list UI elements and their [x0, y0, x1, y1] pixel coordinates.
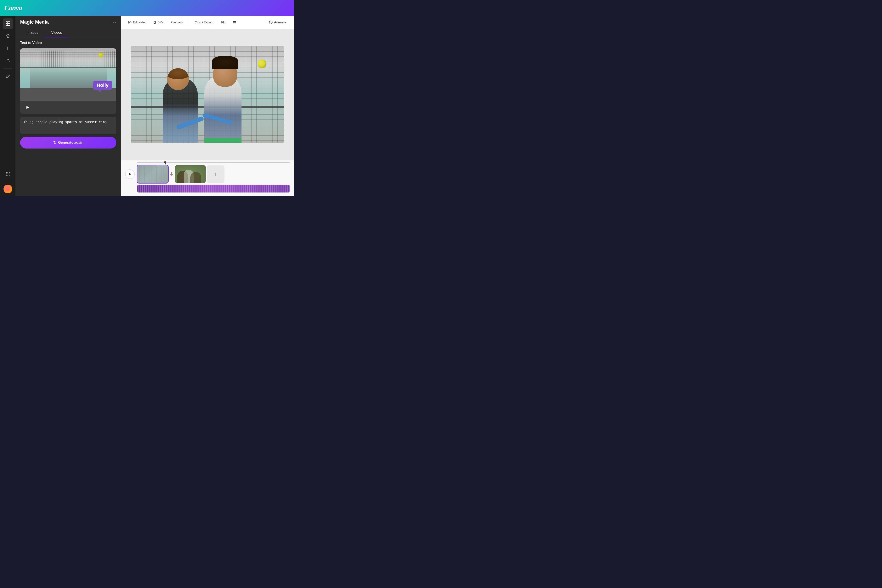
panel-header: Magic Media ···: [16, 16, 121, 28]
video-thumbnail: Holly: [20, 48, 116, 101]
clip-tennis[interactable]: [137, 165, 168, 183]
figure-right-green-collar: [204, 138, 242, 142]
svg-point-8: [8, 174, 8, 174]
tab-images[interactable]: Images: [20, 28, 45, 38]
holly-bubble: Holly: [93, 81, 112, 90]
clip-tennis-preview: [137, 165, 168, 183]
svg-rect-0: [6, 22, 8, 23]
panel-more-button[interactable]: ···: [111, 20, 116, 25]
svg-rect-17: [233, 21, 236, 22]
svg-rect-1: [8, 22, 10, 23]
panel-body: Text to Video Holly: [16, 38, 121, 196]
main-content: T: [0, 16, 294, 196]
generate-again-button[interactable]: ↻ Generate again: [20, 137, 116, 148]
audio-track[interactable]: [137, 184, 290, 192]
figures-main: [150, 68, 255, 142]
toolbar-separator-1: [189, 19, 189, 26]
sidebar-item-elements[interactable]: [3, 31, 13, 41]
timeline-area: +: [121, 160, 294, 196]
prompt-input[interactable]: [20, 117, 116, 134]
clip-people-preview: [175, 165, 206, 183]
left-panel: Magic Media ··· Images Videos Text to Vi…: [16, 16, 121, 196]
sidebar-icons: T: [0, 16, 16, 196]
timeline-track: +: [125, 165, 290, 183]
clip-people[interactable]: [175, 165, 206, 183]
tennis-ball-main: [258, 60, 266, 68]
svg-rect-2: [6, 24, 8, 26]
animate-button[interactable]: Animate: [266, 19, 290, 26]
svg-point-7: [6, 174, 7, 174]
svg-rect-18: [233, 22, 236, 22]
play-button-small[interactable]: [24, 104, 32, 111]
canvas-area: [121, 29, 294, 160]
main-tennis-scene: [131, 46, 284, 142]
svg-marker-21: [129, 173, 131, 176]
svg-point-12: [9, 175, 10, 176]
svg-rect-3: [8, 24, 10, 26]
svg-point-5: [8, 172, 8, 173]
svg-point-9: [9, 174, 10, 174]
svg-point-11: [8, 175, 8, 176]
user-avatar[interactable]: [3, 184, 12, 194]
clip-overlay: [137, 165, 168, 183]
svg-point-10: [6, 175, 7, 176]
more-options-button[interactable]: [230, 18, 239, 27]
scrubber-container: [125, 162, 290, 163]
figure-right-head: [213, 60, 237, 87]
add-clip-button[interactable]: +: [207, 165, 224, 183]
sidebar-item-upload[interactable]: [3, 55, 13, 66]
generate-btn-label: Generate again: [58, 141, 84, 145]
svg-rect-13: [6, 187, 10, 191]
sidebar-item-draw[interactable]: [3, 71, 13, 82]
svg-rect-19: [233, 23, 236, 23]
duration-button[interactable]: 5.0s: [150, 19, 166, 26]
playback-button[interactable]: Playback: [168, 19, 186, 26]
tennis-ball-small: [98, 53, 103, 57]
section-label: Text to Video: [20, 41, 116, 45]
top-bar: Canva: [0, 0, 294, 16]
sidebar-item-layout[interactable]: [3, 18, 13, 29]
canva-logo: Canva: [4, 4, 22, 12]
sidebar-divider: [3, 68, 12, 69]
canvas-image[interactable]: [131, 46, 284, 142]
split-icon[interactable]: [170, 171, 174, 177]
edit-video-button[interactable]: Edit video: [125, 19, 149, 26]
audio-waveform: [137, 184, 290, 192]
panel-title: Magic Media: [20, 19, 49, 25]
sidebar-item-apps[interactable]: [3, 169, 13, 179]
svg-point-6: [9, 172, 10, 173]
sidebar-item-text[interactable]: T: [3, 43, 13, 53]
tab-videos[interactable]: Videos: [45, 28, 69, 38]
tabs: Images Videos: [16, 28, 121, 38]
figure-left-head: [167, 68, 189, 90]
scrubber-head: [165, 161, 166, 165]
right-area: Edit video 5.0s Playback Crop / Expand F…: [121, 16, 294, 196]
play-btn-area: [20, 101, 116, 114]
timeline-play-button[interactable]: [125, 170, 135, 179]
fig3: [190, 172, 201, 183]
timeline-scrubber[interactable]: [137, 162, 290, 163]
svg-marker-14: [27, 106, 29, 109]
refresh-icon: ↻: [53, 140, 56, 145]
crop-expand-button[interactable]: Crop / Expand: [192, 19, 218, 26]
flip-button[interactable]: Flip: [218, 19, 229, 26]
toolbar: Edit video 5.0s Playback Crop / Expand F…: [121, 16, 294, 29]
video-card: Holly: [20, 48, 116, 114]
svg-point-4: [6, 172, 7, 173]
clip-container: +: [137, 165, 224, 183]
